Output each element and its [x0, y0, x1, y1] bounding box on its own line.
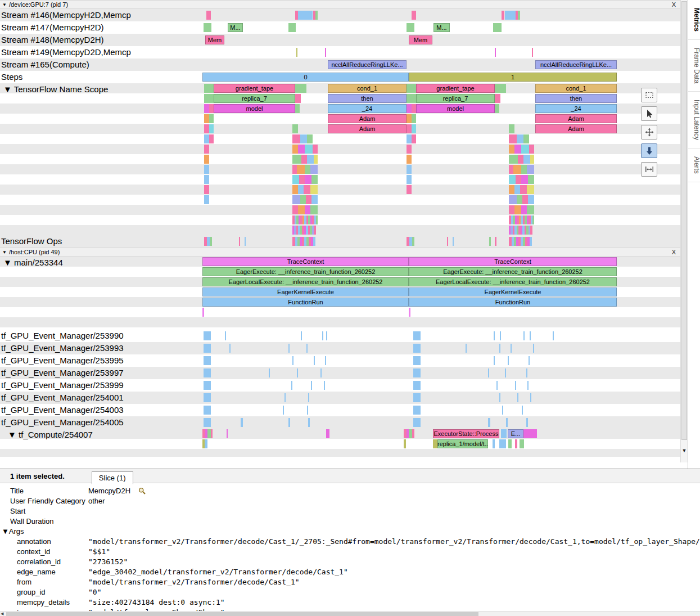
trace-event[interactable]	[204, 393, 211, 402]
trace-event[interactable]	[499, 344, 500, 353]
trace-event[interactable]	[505, 368, 506, 377]
trace-event[interactable]	[300, 195, 306, 204]
trace-event[interactable]	[404, 439, 406, 448]
trace-event[interactable]: Mem	[409, 35, 432, 44]
trace-event[interactable]	[407, 84, 416, 93]
collapse-triangle-icon[interactable]: ▼	[2, 2, 7, 7]
trace-event[interactable]	[509, 175, 516, 184]
trace-event[interactable]	[514, 145, 521, 154]
trace-event[interactable]: ExecutorState::Process	[433, 429, 499, 438]
trace-event[interactable]	[407, 94, 416, 103]
close-icon[interactable]: X	[672, 1, 676, 8]
trace-event[interactable]	[520, 439, 524, 448]
trace-event[interactable]	[292, 155, 301, 164]
trace-event[interactable]	[522, 406, 523, 415]
trace-event[interactable]	[298, 205, 305, 214]
trace-event[interactable]	[412, 237, 414, 246]
trace-event[interactable]	[204, 406, 211, 415]
trace-event[interactable]: FunctionRun	[202, 298, 409, 307]
trace-event[interactable]	[204, 331, 211, 340]
trace-event[interactable]	[311, 195, 318, 204]
trace-event[interactable]	[227, 429, 228, 438]
tab-slice[interactable]: Slice (1)	[92, 471, 133, 484]
trace-event[interactable]: _24	[535, 104, 617, 113]
trace-event[interactable]	[325, 48, 326, 57]
trace-event[interactable]	[517, 134, 523, 143]
trace-event[interactable]: Mem	[205, 35, 224, 44]
trace-event[interactable]	[412, 11, 416, 20]
trace-event[interactable]	[509, 155, 518, 164]
trace-event[interactable]	[407, 155, 412, 164]
trace-event[interactable]	[326, 429, 329, 438]
trace-event[interactable]	[204, 155, 209, 164]
trace-event[interactable]: _24	[328, 104, 407, 113]
trace-event[interactable]	[413, 418, 421, 427]
trace-event[interactable]: E...	[508, 429, 523, 438]
trace-event[interactable]	[413, 356, 421, 365]
trace-event[interactable]	[308, 418, 310, 427]
trace-event[interactable]	[509, 134, 517, 143]
process-header-device-gpu-7-pid-7[interactable]: ▼/device:GPU:7 (pid 7)X	[0, 0, 680, 9]
trace-event[interactable]	[204, 344, 211, 353]
trace-event[interactable]	[314, 155, 318, 164]
trace-event[interactable]	[292, 145, 298, 154]
trace-event[interactable]	[407, 104, 412, 113]
trace-event[interactable]: replica_1/model/t...	[437, 439, 488, 448]
trace-event[interactable]	[269, 368, 270, 377]
trace-event[interactable]	[239, 237, 240, 246]
trace-event[interactable]	[521, 175, 528, 184]
trace-event[interactable]	[206, 11, 211, 20]
trace-event[interactable]	[292, 134, 300, 143]
trace-event[interactable]: model	[416, 104, 495, 113]
trace-event[interactable]	[413, 406, 421, 415]
trace-event[interactable]	[210, 237, 212, 246]
trace-event[interactable]	[204, 418, 211, 427]
trace-event[interactable]	[527, 381, 529, 390]
trace-event[interactable]	[297, 165, 305, 174]
trace-event[interactable]: FunctionRun	[409, 298, 617, 307]
trace-event[interactable]	[407, 23, 414, 32]
trace-event[interactable]	[506, 418, 508, 427]
trace-event[interactable]	[407, 175, 412, 184]
trace-event[interactable]: 0	[202, 73, 409, 82]
trace-event[interactable]	[413, 331, 421, 340]
trace-event[interactable]	[204, 23, 211, 32]
trace-event[interactable]	[301, 331, 302, 340]
trace-event[interactable]	[313, 145, 318, 154]
trace-event[interactable]: Adam	[328, 124, 407, 133]
trace-event[interactable]	[511, 344, 512, 353]
trace-event[interactable]	[493, 23, 502, 32]
trace-event[interactable]	[326, 331, 327, 340]
trace-event[interactable]: replica_7	[214, 94, 295, 103]
trace-event[interactable]: 1	[409, 73, 617, 82]
trace-event[interactable]	[292, 205, 298, 214]
trace-event[interactable]	[306, 344, 308, 353]
trace-event[interactable]	[284, 393, 286, 402]
trace-event[interactable]	[202, 308, 204, 317]
trace-event[interactable]	[300, 134, 307, 143]
trace-event[interactable]	[518, 155, 523, 164]
trace-event[interactable]	[496, 381, 498, 390]
trace-event[interactable]	[204, 94, 214, 103]
trace-event[interactable]	[527, 205, 534, 214]
trace-event[interactable]	[295, 84, 306, 93]
trace-event[interactable]	[288, 418, 290, 427]
trace-event[interactable]: EagerKernelExecute	[202, 287, 409, 296]
trace-event[interactable]	[501, 429, 507, 438]
trace-event[interactable]	[297, 368, 298, 377]
trace-event[interactable]	[301, 155, 307, 164]
trace-event[interactable]	[292, 185, 298, 194]
trace-event[interactable]	[515, 381, 516, 390]
trace-event[interactable]	[292, 356, 293, 365]
trace-event[interactable]	[553, 331, 554, 340]
trace-event[interactable]: replica_7	[416, 94, 495, 103]
side-tab-frame-data[interactable]: Frame Data	[688, 40, 700, 92]
trace-event[interactable]	[409, 308, 410, 317]
trace-event[interactable]	[502, 406, 503, 415]
zoom-selection-tool[interactable]	[641, 88, 657, 102]
trace-event[interactable]	[412, 114, 416, 123]
trace-event[interactable]	[308, 393, 309, 402]
trace-event[interactable]	[241, 418, 243, 427]
trace-event[interactable]	[495, 48, 496, 57]
trace-event[interactable]	[488, 368, 489, 377]
